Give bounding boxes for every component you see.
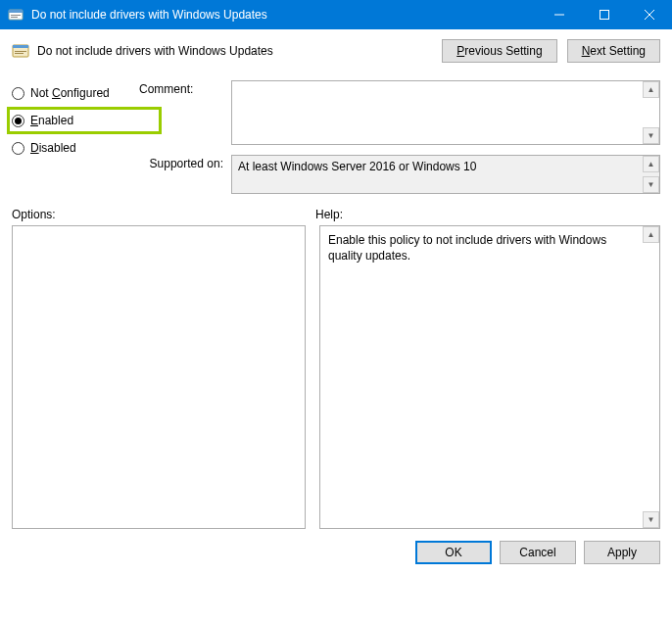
radio-icon (12, 142, 24, 155)
radio-disabled[interactable]: Disabled (12, 141, 129, 155)
options-label: Options: (12, 208, 315, 221)
svg-rect-3 (11, 17, 18, 18)
radio-icon (12, 115, 24, 127)
scroll-down-icon[interactable]: ▼ (643, 127, 659, 144)
radio-not-configured[interactable]: Not Configured (12, 86, 129, 100)
policy-icon (12, 42, 29, 60)
svg-rect-5 (600, 11, 609, 20)
svg-rect-2 (11, 15, 21, 16)
state-radio-group: Not Configured Enabled Disabled (12, 86, 129, 155)
apply-button[interactable]: Apply (584, 541, 660, 564)
titlebar: Do not include drivers with Windows Upda… (0, 0, 672, 29)
scroll-down-icon[interactable]: ▼ (643, 511, 659, 528)
previous-setting-button[interactable]: Previous Setting (442, 39, 556, 63)
radio-icon (12, 87, 24, 100)
minimize-button[interactable] (537, 0, 582, 29)
supported-on-text: At least Windows Server 2016 or Windows … (232, 156, 659, 177)
scroll-up-icon[interactable]: ▲ (643, 81, 659, 98)
app-icon (8, 7, 24, 23)
svg-rect-1 (9, 10, 23, 13)
supported-on-label: Supported on: (139, 155, 223, 194)
window-title: Do not include drivers with Windows Upda… (31, 8, 537, 22)
comment-textarea[interactable]: ▲ ▼ (231, 80, 660, 145)
options-panel (12, 225, 306, 529)
scroll-down-icon[interactable]: ▼ (643, 176, 659, 193)
next-setting-button[interactable]: Next Setting (567, 39, 660, 63)
ok-button[interactable]: OK (415, 541, 492, 564)
supported-on-box: At least Windows Server 2016 or Windows … (231, 155, 660, 194)
scroll-up-icon[interactable]: ▲ (643, 226, 659, 243)
scroll-up-icon[interactable]: ▲ (643, 156, 659, 172)
cancel-button[interactable]: Cancel (500, 541, 576, 564)
svg-rect-10 (15, 51, 26, 52)
close-button[interactable] (627, 0, 672, 29)
svg-rect-11 (15, 53, 24, 54)
policy-title: Do not include drivers with Windows Upda… (37, 44, 442, 58)
svg-rect-9 (13, 45, 28, 48)
maximize-button[interactable] (582, 0, 627, 29)
help-label: Help: (315, 208, 343, 221)
comment-label: Comment: (139, 80, 223, 145)
help-panel: Enable this policy to not include driver… (319, 225, 660, 529)
help-text: Enable this policy to not include driver… (320, 226, 659, 269)
